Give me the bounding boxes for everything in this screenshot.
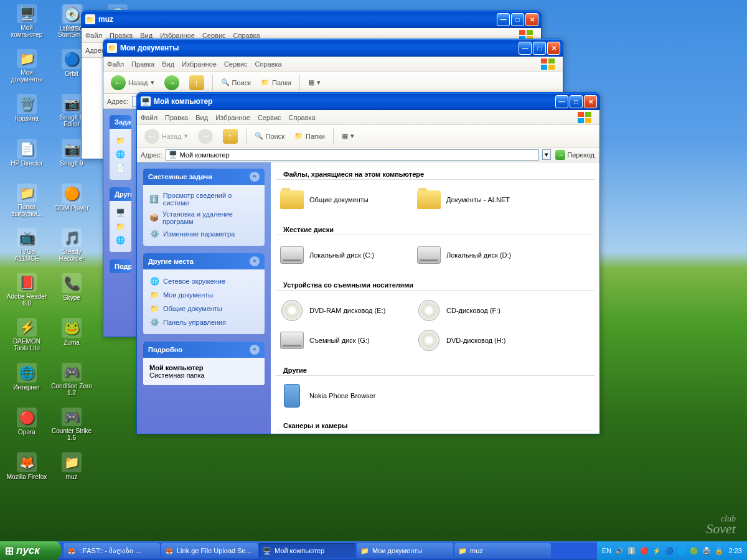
forward-button[interactable]: → bbox=[161, 73, 183, 92]
menu-help[interactable]: Справка bbox=[233, 32, 260, 39]
task-header[interactable]: Подро bbox=[110, 259, 131, 273]
desktop-icon-skype[interactable]: 📞Skype bbox=[50, 272, 93, 308]
minimize-button[interactable]: — bbox=[555, 95, 568, 108]
menu-tools[interactable]: Сервис bbox=[202, 32, 226, 39]
menu-tools[interactable]: Сервис bbox=[258, 114, 281, 121]
task-link[interactable]: 🌐 bbox=[116, 147, 125, 161]
desktop-icon-steady-recorder[interactable]: 🎵Steady Recorder bbox=[50, 227, 93, 263]
desktop-icon-my-computer[interactable]: 🖥️Мой компьютер bbox=[5, 3, 49, 39]
task-link[interactable]: 🌐 bbox=[116, 233, 125, 247]
desktop-icon-condition-zero[interactable]: 🎮Condition Zero 1.2 bbox=[50, 362, 93, 398]
folders-button[interactable]: 📁Папки bbox=[257, 77, 295, 88]
task-link[interactable]: 📁 bbox=[116, 134, 125, 147]
menu-edit[interactable]: Правка bbox=[165, 114, 188, 121]
titlebar[interactable]: 🖥️ Мой компьютер — □ ✕ bbox=[137, 93, 599, 110]
minimize-button[interactable]: — bbox=[497, 13, 510, 26]
desktop-icon-upload-folder[interactable]: 📁Папка выгрузки... bbox=[5, 182, 49, 218]
minimize-button[interactable]: — bbox=[519, 42, 532, 55]
drive-dvd-ram[interactable]: DVD-RAM дисковод (E:) bbox=[276, 296, 413, 325]
desktop-icon-tvgo[interactable]: 📺TVGo A11MCE bbox=[5, 227, 49, 263]
desktop-icon-my-documents[interactable]: 📁Мои документы bbox=[5, 48, 49, 84]
views-button[interactable]: ▦▾ bbox=[304, 77, 324, 88]
back-button[interactable]: ←Назад▾ bbox=[107, 73, 158, 92]
link-shared-documents[interactable]: 📁Общие документы bbox=[149, 302, 258, 315]
drive-cd[interactable]: CD-дисковод (F:) bbox=[413, 296, 550, 325]
taskbar-item-fast[interactable]: 🦊::FAST:: - მაღაზი ... bbox=[63, 543, 160, 558]
folders-button[interactable]: 📁Папки bbox=[291, 130, 329, 142]
link-control-panel[interactable]: ⚙️Панель управления bbox=[149, 315, 258, 329]
tray-icon[interactable]: 🟢 bbox=[689, 546, 699, 556]
collapse-icon[interactable]: ^ bbox=[250, 256, 260, 266]
tray-icon[interactable]: 🖨️ bbox=[702, 546, 712, 556]
desktop-icon-counter-strike[interactable]: 🎮Counter Strike 1.6 bbox=[50, 406, 93, 442]
link-network-places[interactable]: 🌐Сетевое окружение bbox=[149, 274, 258, 288]
tray-icon[interactable]: 🔊 bbox=[614, 546, 624, 556]
tray-icon[interactable]: 🔴 bbox=[639, 546, 649, 556]
task-link[interactable]: 🖥️ bbox=[116, 206, 125, 220]
close-button[interactable]: ✕ bbox=[584, 95, 597, 108]
start-button[interactable]: ⊞ пуск bbox=[0, 541, 61, 560]
task-view-system-info[interactable]: ℹ️Просмотр сведений о системе bbox=[149, 190, 258, 208]
taskbar-item-my-computer[interactable]: 🖥️Мой компьютер bbox=[259, 543, 355, 558]
menu-tools[interactable]: Сервис bbox=[224, 60, 248, 68]
folder-user-documents[interactable]: Документы - ALNET bbox=[413, 185, 550, 215]
task-header[interactable]: Системные задачи^ bbox=[143, 169, 265, 185]
maximize-button[interactable]: □ bbox=[533, 42, 546, 55]
menu-view[interactable]: Вид bbox=[162, 60, 174, 68]
menu-favorites[interactable]: Избранное bbox=[215, 114, 250, 121]
task-header[interactable]: Подробно^ bbox=[143, 342, 265, 358]
go-button[interactable]: →Переход bbox=[554, 149, 596, 161]
desktop-icon-firefox[interactable]: 🦊Mozilla Firefox bbox=[5, 451, 49, 487]
up-button[interactable]: ↑ bbox=[219, 127, 242, 146]
desktop-icon-internet[interactable]: 🌐Интернет bbox=[5, 362, 49, 398]
menu-view[interactable]: Вид bbox=[195, 114, 208, 121]
task-header[interactable]: Другие места^ bbox=[143, 253, 265, 269]
clock[interactable]: 2:23 bbox=[729, 547, 742, 554]
forward-button[interactable]: → bbox=[194, 127, 217, 146]
drive-d[interactable]: Локальный диск (D:) bbox=[413, 240, 550, 270]
desktop-icon-opera[interactable]: 🔴Opera bbox=[5, 406, 49, 442]
collapse-icon[interactable]: ^ bbox=[250, 345, 260, 355]
desktop-icon-gom-player[interactable]: 🟠GOM Player bbox=[50, 182, 93, 218]
search-button[interactable]: 🔍Поиск bbox=[217, 77, 255, 88]
menu-favorites[interactable]: Избранное bbox=[160, 32, 195, 39]
taskbar-item-muz[interactable]: 📁muz bbox=[454, 543, 551, 558]
close-button[interactable]: ✕ bbox=[525, 13, 538, 26]
desktop-icon-muz-folder[interactable]: 📁muz bbox=[50, 451, 93, 487]
language-indicator[interactable]: EN bbox=[602, 546, 612, 556]
maximize-button[interactable]: □ bbox=[511, 13, 524, 26]
task-header[interactable]: Други bbox=[110, 187, 131, 201]
desktop-icon-daemon-tools[interactable]: ⚡DAEMON Tools Lite bbox=[5, 317, 49, 353]
desktop-icon-zuma[interactable]: 🐸Zuma bbox=[50, 317, 93, 353]
views-button[interactable]: ▦▾ bbox=[338, 130, 358, 142]
tray-icon[interactable]: 🔒 bbox=[714, 546, 724, 556]
menu-help[interactable]: Справка bbox=[289, 114, 316, 121]
window-my-computer[interactable]: 🖥️ Мой компьютер — □ ✕ Файл Правка Вид И… bbox=[136, 92, 600, 434]
menu-file[interactable]: Файл bbox=[107, 60, 124, 68]
taskbar-item-my-documents[interactable]: 📁Мои документы bbox=[357, 543, 453, 558]
task-add-remove-programs[interactable]: 📦Установка и удаление программ bbox=[149, 208, 258, 227]
collapse-icon[interactable]: ^ bbox=[250, 172, 260, 182]
desktop-icon-recycle-bin[interactable]: 🗑️Корзина bbox=[5, 93, 49, 129]
nokia-phone-browser[interactable]: Nokia Phone Browser bbox=[276, 381, 413, 411]
task-change-setting[interactable]: ⚙️Изменение параметра bbox=[149, 227, 258, 241]
menu-view[interactable]: Вид bbox=[140, 32, 153, 39]
maximize-button[interactable]: □ bbox=[570, 95, 583, 108]
tray-icon[interactable]: 🌐 bbox=[677, 546, 687, 556]
tray-icon[interactable]: 🔵 bbox=[664, 546, 674, 556]
back-button[interactable]: ←Назад▾ bbox=[141, 127, 192, 146]
search-button[interactable]: 🔍Поиск bbox=[251, 130, 288, 142]
desktop-icon-adobe-reader[interactable]: 📕Adobe Reader 6.0 bbox=[5, 272, 49, 308]
up-button[interactable]: ↑ bbox=[186, 73, 208, 92]
chevron-down-icon[interactable]: ▾ bbox=[542, 149, 551, 160]
close-button[interactable]: ✕ bbox=[547, 42, 560, 55]
task-header[interactable]: Задач bbox=[110, 115, 131, 129]
taskbar-item-linkge[interactable]: 🦊Link.ge File Upload Se... bbox=[161, 543, 258, 558]
menu-file[interactable]: Файл bbox=[85, 32, 102, 39]
menu-file[interactable]: Файл bbox=[141, 114, 157, 121]
menu-help[interactable]: Справка bbox=[255, 60, 282, 68]
task-link[interactable]: 📄 bbox=[116, 161, 125, 175]
tray-icon[interactable]: ⚡ bbox=[652, 546, 662, 556]
titlebar[interactable]: 📁 Мои документы — □ ✕ bbox=[103, 39, 563, 57]
tray-icon[interactable]: ℹ️ bbox=[627, 546, 637, 556]
